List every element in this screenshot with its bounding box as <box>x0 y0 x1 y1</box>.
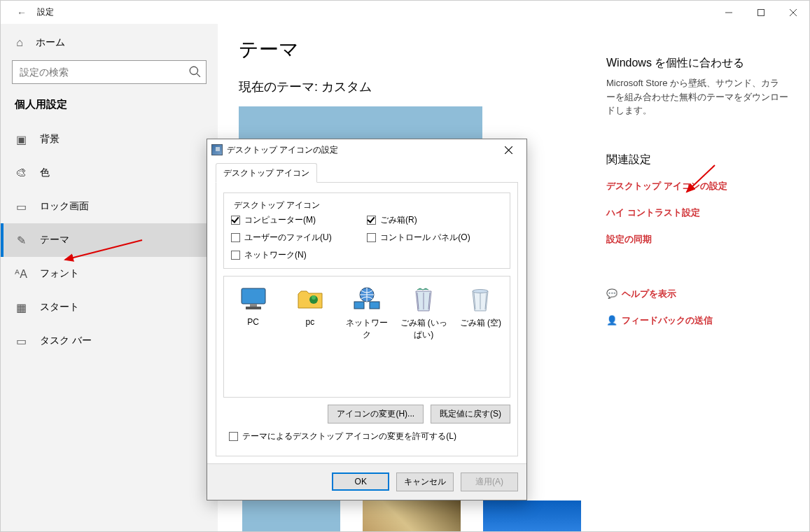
dialog-title-bar: デスクトップ アイコンの設定 <box>207 139 526 160</box>
minimize-button[interactable] <box>713 1 745 24</box>
check-network[interactable]: ネットワーク(N) <box>231 246 367 264</box>
desktop-icons-group: デスクトップ アイコン コンピューター(M) ユーザーのファイル(U) ネットワ… <box>223 192 510 269</box>
right-blurb: Microsoft Store から壁紙、サウンド、カラーを組み合わせた無料のテ… <box>606 76 788 118</box>
help-label: ヘルプを表示 <box>622 288 676 299</box>
dialog-footer: OK キャンセル 適用(A) <box>207 463 526 500</box>
sidebar-item-themes[interactable]: ✎テーマ <box>1 223 218 257</box>
sidebar-item-background[interactable]: ▣背景 <box>1 122 218 156</box>
home-icon: ⌂ <box>13 36 26 49</box>
checkbox-icon <box>367 216 376 225</box>
dialog-close-button[interactable] <box>494 141 522 158</box>
themes-row <box>242 500 581 532</box>
sidebar-section: 個人用設定 <box>1 98 218 122</box>
settings-window: ← 設定 ⌂ ホーム 個人用設定 ▣背景 🎨︎色 ▭ロック画面 ✎テーマ <box>0 0 810 532</box>
dialog-icon <box>211 144 223 155</box>
recycle-bin-full-icon <box>410 285 438 313</box>
lock-icon: ▭ <box>15 200 27 214</box>
svg-rect-3 <box>250 304 257 307</box>
start-icon: ▦ <box>15 301 27 314</box>
feedback-link[interactable]: 👤フィードバックの送信 <box>606 307 788 334</box>
allow-themes-checkbox[interactable]: テーマによるデスクトップ アイコンの変更を許可する(L) <box>223 424 510 442</box>
recycle-bin-empty-icon <box>466 285 494 313</box>
related-settings-heading: 関連設定 <box>606 153 788 167</box>
sidebar-item-label: 背景 <box>40 133 60 146</box>
window-title: 設定 <box>37 6 54 18</box>
sidebar-item-start[interactable]: ▦スタート <box>1 290 218 324</box>
check-userfiles[interactable]: ユーザーのファイル(U) <box>231 229 367 246</box>
check-computer[interactable]: コンピューター(M) <box>231 211 367 229</box>
sidebar-item-label: フォント <box>40 267 79 280</box>
sidebar-item-label: 色 <box>40 167 50 179</box>
search-input[interactable] <box>12 60 207 84</box>
feedback-icon: 👤 <box>606 315 622 326</box>
group-title: デスクトップ アイコン <box>231 200 323 211</box>
title-bar: ← 設定 <box>1 1 809 24</box>
network-icon <box>353 285 381 313</box>
sidebar-item-colors[interactable]: 🎨︎色 <box>1 156 218 190</box>
restore-default-button[interactable]: 既定値に戻す(S) <box>431 405 510 424</box>
search-box[interactable] <box>12 60 207 84</box>
svg-rect-9 <box>370 302 379 309</box>
checkbox-icon <box>231 251 240 260</box>
help-link[interactable]: 💬ヘルプを表示 <box>606 281 788 307</box>
svg-rect-4 <box>246 307 261 309</box>
sidebar-home[interactable]: ⌂ ホーム <box>1 24 218 60</box>
sidebar-item-label: タスク バー <box>40 335 92 347</box>
page-title: テーマ <box>239 36 606 63</box>
close-button[interactable] <box>777 1 809 24</box>
link-desktop-icon-settings[interactable]: デスクトップ アイコンの設定 <box>606 173 788 200</box>
pc-icon <box>239 285 267 313</box>
desktop-icon-settings-dialog: デスクトップ アイコンの設定 デスクトップ アイコン デスクトップ アイコン コ… <box>207 139 527 500</box>
checkbox-icon <box>231 233 240 242</box>
icon-preview-list: PC pc ネットワーク ごみ箱 (いっぱい) ごみ箱 (空) <box>223 276 510 398</box>
dialog-tab[interactable]: デスクトップ アイコン <box>216 163 317 183</box>
sidebar-home-label: ホーム <box>36 36 65 49</box>
svg-point-6 <box>312 295 316 300</box>
check-recycle-bin[interactable]: ごみ箱(R) <box>367 211 503 229</box>
sidebar-item-taskbar[interactable]: ▭タスク バー <box>1 324 218 358</box>
icon-item[interactable]: PC <box>228 284 278 327</box>
svg-point-10 <box>473 290 488 293</box>
icon-item[interactable]: ごみ箱 (いっぱい) <box>399 284 449 341</box>
feedback-label: フィードバックの送信 <box>622 315 713 326</box>
cancel-button[interactable]: キャンセル <box>396 472 454 491</box>
svg-point-1 <box>190 66 197 74</box>
checkbox-icon <box>229 432 238 441</box>
sidebar-item-label: スタート <box>40 301 79 314</box>
image-icon: ▣ <box>15 133 27 146</box>
svg-rect-2 <box>242 288 265 304</box>
help-icon: 💬 <box>606 288 622 299</box>
change-icon-button[interactable]: アイコンの変更(H)... <box>328 405 424 424</box>
link-sync-settings[interactable]: 設定の同期 <box>606 226 788 253</box>
checkbox-icon <box>367 233 376 242</box>
check-control-panel[interactable]: コントロール パネル(O) <box>367 229 503 246</box>
sidebar-item-fonts[interactable]: ᴬAフォント <box>1 257 218 290</box>
checkbox-icon <box>231 216 240 225</box>
link-high-contrast[interactable]: ハイ コントラスト設定 <box>606 200 788 226</box>
apply-button[interactable]: 適用(A) <box>461 472 518 491</box>
theme-thumb-3[interactable] <box>483 500 581 532</box>
right-heading: Windows を個性に合わせる <box>606 56 788 71</box>
dialog-body: デスクトップ アイコン デスクトップ アイコン コンピューター(M) ユーザーの… <box>207 160 526 463</box>
right-panel: Windows を個性に合わせる Microsoft Store から壁紙、サウ… <box>606 31 788 531</box>
svg-rect-8 <box>354 302 364 309</box>
theme-thumb-1[interactable] <box>242 500 340 532</box>
svg-rect-0 <box>758 9 764 15</box>
search-icon <box>188 65 201 80</box>
current-theme-label: 現在のテーマ: カスタム <box>239 78 606 95</box>
sidebar-item-label: テーマ <box>40 234 69 246</box>
icon-item[interactable]: ネットワーク <box>342 284 391 341</box>
ok-button[interactable]: OK <box>332 472 389 491</box>
theme-icon: ✎ <box>15 234 27 247</box>
taskbar-icon: ▭ <box>15 335 27 348</box>
maximize-button[interactable] <box>745 1 777 24</box>
sidebar-item-label: ロック画面 <box>40 200 89 213</box>
sidebar-item-lock-screen[interactable]: ▭ロック画面 <box>1 190 218 223</box>
dialog-title: デスクトップ アイコンの設定 <box>227 144 338 156</box>
back-button[interactable]: ← <box>6 1 37 24</box>
theme-thumb-2[interactable] <box>363 500 461 532</box>
sidebar: ⌂ ホーム 個人用設定 ▣背景 🎨︎色 ▭ロック画面 ✎テーマ ᴬAフォント ▦… <box>1 24 218 531</box>
user-folder-icon <box>296 285 324 313</box>
icon-item[interactable]: pc <box>285 284 335 327</box>
icon-item[interactable]: ごみ箱 (空) <box>456 284 505 329</box>
